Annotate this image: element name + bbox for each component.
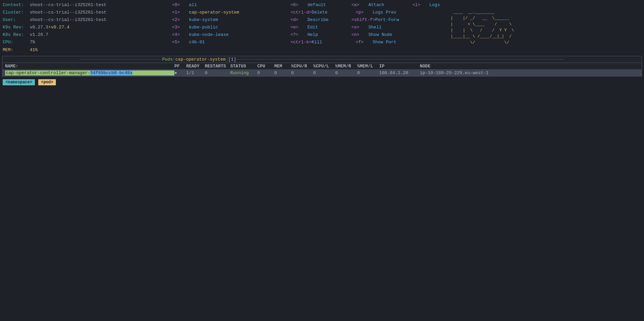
sc-key-e: <e> <box>291 24 307 31</box>
pod-ip: 100.64.1.20 <box>379 70 420 76</box>
table-body: cap-operator-controller-manager-54f69bcc… <box>2 70 642 76</box>
k9s-new-version: v0.27.4 <box>51 24 69 31</box>
info-column: Context: shoot--cs-trial--i325261-test C… <box>3 1 165 54</box>
logo-line-2: | |/ _/ __ \______ <box>443 15 641 21</box>
sc-row-0: <6> default <a> Attach <l> Logs <box>291 1 440 9</box>
table-row[interactable]: cap-operator-controller-manager-54f69bcc… <box>2 70 642 76</box>
cpu-value: 7% <box>30 39 35 46</box>
ns-val-4: kube-node-lease <box>189 31 229 39</box>
ns-val-1: cap-operator-system <box>189 9 239 16</box>
sc-row-2: <d> Describe <shift-f> Port-Forw <box>291 16 440 24</box>
pod-mem: 0 <box>274 70 291 76</box>
sc-key-p: <p> <box>356 9 372 16</box>
context-value: shoot--cs-trial--i325261-test <box>30 1 106 9</box>
ns-key-0: <0> <box>172 1 189 9</box>
cluster-value: shoot--cs-trial--i325261-test <box>30 9 106 16</box>
user-row: User: shoot--cs-trial--i325261-test <box>3 16 165 24</box>
col-header-ip: IP <box>379 64 420 69</box>
ns-key-5: <5> <box>172 39 189 46</box>
mem-value: 41% <box>30 46 38 54</box>
cluster-label: Cluster: <box>3 9 30 16</box>
ns-val-0: all <box>189 1 197 9</box>
ns-key-4: <4> <box>172 31 189 39</box>
table-header: NAME↑ PF READY RESTARTS STATUS CPU MEM %… <box>2 63 642 70</box>
sc-key-d: <d> <box>291 16 307 24</box>
mem-label: MEM: <box>3 46 30 54</box>
k8s-rev-row: K8s Rev: v1.26.7 <box>3 31 165 39</box>
sc-val-default: default <box>307 1 351 9</box>
col-header-cpu: CPU <box>257 64 274 69</box>
logo-line-6: \/ \/ <box>443 40 641 46</box>
sc-val-edit: Edit <box>307 24 351 31</box>
k9s-rev-row: K9s Rev: v0.27.3 ⚡ v0.27.4 <box>3 24 165 31</box>
k8s-rev-label: K8s Rev: <box>3 31 30 39</box>
ns-val-5: c4b-01 <box>189 39 205 46</box>
sc-key-s: <s> <box>351 24 368 31</box>
sc-key-ctrld: <ctrl-d> <box>291 9 312 16</box>
sc-val-logsprev: Logs Prev <box>372 9 416 16</box>
pod-cpur: 0 <box>291 70 313 76</box>
sc-val-logs: Logs <box>429 1 440 9</box>
pod-name-cell: cap-operator-controller-manager-54f69bcc… <box>5 70 174 76</box>
logo-line-3: | < \____ / \ <box>443 21 641 27</box>
sc-val-shownode: Show Node <box>368 31 412 39</box>
ns-key-3: <3> <box>172 24 189 31</box>
pod-hash: 54f69bccb8-bc48x <box>90 70 133 76</box>
shortcuts-column: <6> default <a> Attach <l> Logs <ctrl-d>… <box>284 1 440 54</box>
title-namespace: cap-operator-system <box>175 57 226 62</box>
col-header-mem: MEM <box>274 64 291 69</box>
sc-key-6: <6> <box>291 1 307 9</box>
sc-key-help: <?> <box>291 31 307 39</box>
pod-pf: ● <box>174 70 186 76</box>
ns-val-2: kube-system <box>189 16 218 24</box>
sc-key-f: <f> <box>356 39 372 46</box>
main-content: ─────────────────────────────── Pods ( c… <box>2 56 642 77</box>
title-pods: Pods <box>162 57 173 62</box>
bottom-bar: <namespace> <pod> <box>0 77 644 87</box>
sc-val-attach: Attach <box>368 1 412 9</box>
logo-line-5: |____|__ \ /____/__|_| / <box>443 34 641 40</box>
k9s-rev-label: K9s Rev: <box>3 24 30 31</box>
sc-key-ctrlk: <ctrl-k> <box>291 39 312 46</box>
sc-row-5: <ctrl-k> Kill <f> Show Port <box>291 39 440 46</box>
ns-val-3: kube-public <box>189 24 218 31</box>
lightning-icon: ⚡ <box>48 24 51 31</box>
pod-node: ip-10-180-25-229.eu-west-1 <box>420 70 639 76</box>
col-header-status: STATUS <box>230 64 257 69</box>
ns-row-3[interactable]: <3> kube-public <box>172 24 284 31</box>
pod-cpul: 0 <box>313 70 335 76</box>
pod-cpu: 0 <box>257 70 274 76</box>
cluster-row: Cluster: shoot--cs-trial--i325261-test <box>3 9 165 16</box>
k8s-rev-value: v1.26.7 <box>30 31 48 39</box>
sc-key-shiftf: <shift-f> <box>351 16 375 24</box>
col-header-meml: %MEM/L <box>357 64 379 69</box>
namespace-tag[interactable]: <namespace> <box>3 79 35 85</box>
sc-key-l: <l> <box>412 1 429 9</box>
namespaces-column: <0> all <1> cap-operator-system <2> kube… <box>165 1 284 54</box>
col-header-ready: READY <box>186 64 205 69</box>
ns-row-4[interactable]: <4> kube-node-lease <box>172 31 284 39</box>
col-header-restarts: RESTARTS <box>205 64 230 69</box>
sc-row-3: <e> Edit <s> Shell <box>291 24 440 31</box>
ns-key-1: <1> <box>172 9 189 16</box>
context-row: Context: shoot--cs-trial--i325261-test <box>3 1 165 9</box>
cpu-label: CPU: <box>3 39 30 46</box>
pod-memr: 0 <box>335 70 357 76</box>
sc-row-4: <?> Help <n> Show Node <box>291 31 440 39</box>
ns-row-0[interactable]: <0> all <box>172 1 284 9</box>
logo-column: ____ __.________ | |/ _/ __ \______ | < … <box>440 1 641 54</box>
terminal-window: Context: shoot--cs-trial--i325261-test C… <box>0 0 644 87</box>
pod-meml: 0 <box>357 70 379 76</box>
pod-tag[interactable]: <pod> <box>38 79 56 85</box>
title-paren-open: ( <box>173 57 175 62</box>
logo-line-1: ____ __.________ <box>443 9 641 15</box>
sc-val-help: Help <box>307 31 351 39</box>
ns-row-5[interactable]: <5> c4b-01 <box>172 39 284 46</box>
ns-row-2[interactable]: <2> kube-system <box>172 16 284 24</box>
sc-key-a: <a> <box>351 1 368 9</box>
col-header-node: NODE <box>420 64 639 69</box>
title-line-right: ────────────────────────────────────────… <box>236 57 563 62</box>
sc-val-delete: Delete <box>312 9 356 16</box>
table-title-bar: ─────────────────────────────── Pods ( c… <box>2 56 642 63</box>
ns-row-1[interactable]: <1> cap-operator-system <box>172 9 284 16</box>
